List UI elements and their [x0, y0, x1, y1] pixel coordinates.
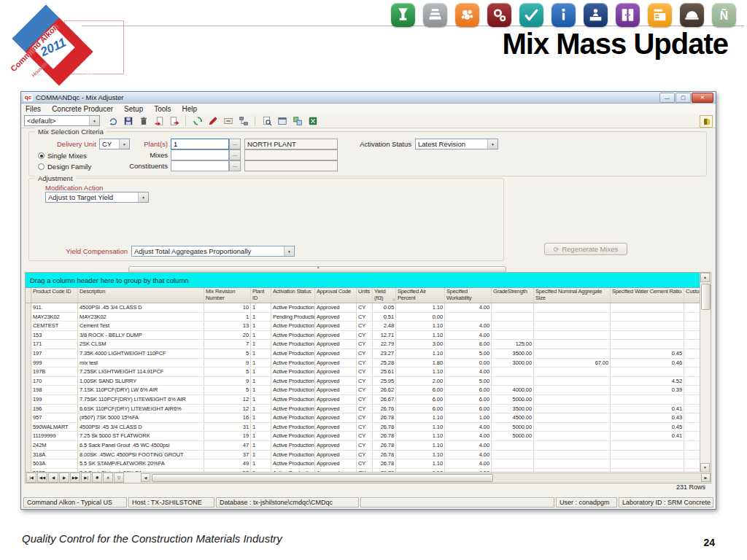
- column-header-specified-water-cement-ratio[interactable]: Specified Water Cement Ratio: [611, 288, 684, 303]
- table-row[interactable]: 318A8.00SK .45WC 4500PSI FOOTING GROUT37…: [26, 451, 700, 460]
- plants-browse-button[interactable]: ...: [229, 139, 241, 149]
- export-icon[interactable]: [167, 114, 181, 128]
- tree-icon[interactable]: [236, 114, 250, 128]
- first-record-button[interactable]: |◀: [26, 472, 36, 483]
- grid-export-icon[interactable]: [290, 114, 304, 128]
- table-row[interactable]: 1977.35K 4000 LIGHTWEIGHT 110PCF51Active…: [26, 349, 700, 359]
- table-row[interactable]: 1701.00SK SAND SLURRY91Active Production…: [26, 377, 700, 386]
- menu-help[interactable]: Help: [182, 105, 198, 113]
- menu-files[interactable]: Files: [26, 105, 41, 113]
- brush-icon[interactable]: [206, 114, 220, 128]
- column-header-gradestrength[interactable]: GradeStrength: [492, 288, 534, 303]
- last-record-button[interactable]: ▶|: [81, 472, 91, 483]
- gears-icon[interactable]: [487, 3, 511, 27]
- undo-icon[interactable]: [106, 114, 120, 128]
- column-header-customer[interactable]: Customer: [684, 288, 700, 303]
- insert-record-button[interactable]: ✱: [92, 472, 102, 483]
- column-header-yield-ft3-[interactable]: Yield (ft3)▵: [373, 288, 396, 303]
- vertical-scrollbar[interactable]: ▲ ▼: [700, 273, 711, 472]
- next-record-button[interactable]: ▶: [59, 472, 69, 483]
- table-row[interactable]: 1533/8 ROCK - BELLY DUMP201Active Produc…: [26, 331, 700, 341]
- column-header-specified-workability[interactable]: Specified Workability: [445, 288, 492, 303]
- table-row[interactable]: 197B7.25SK LIGHTWEIGHT 114.91PCF51Active…: [26, 368, 700, 377]
- design-family-radio[interactable]: Design Family: [38, 163, 91, 171]
- table-row[interactable]: CEMTESTCement Test131Active ProductionAp…: [26, 322, 700, 331]
- table-row[interactable]: 1712SK CLSM71Active ProductionApprovedCY…: [26, 340, 700, 349]
- mixes-input[interactable]: [171, 149, 229, 160]
- table-row[interactable]: 111999997.25 Sk 5000 ST FLATWORK191Activ…: [26, 432, 700, 441]
- column-header-approval-code[interactable]: Approval Code: [315, 288, 357, 303]
- dropdown-arrow-icon[interactable]: [487, 139, 498, 149]
- scroll-right-icon[interactable]: ▶: [701, 473, 711, 482]
- preview-icon[interactable]: [260, 114, 274, 128]
- edit-record-button[interactable]: ∗: [103, 472, 113, 483]
- table-row[interactable]: MAY23K02MAY23K0211Pending ProductionAppr…: [26, 313, 700, 322]
- prior-record-button[interactable]: ◀: [48, 472, 58, 483]
- info-icon[interactable]: [551, 3, 576, 27]
- vertical-scroll-thumb[interactable]: [701, 284, 711, 310]
- profile-combo[interactable]: <default>: [24, 115, 100, 126]
- delete-icon[interactable]: [136, 114, 150, 128]
- table-row[interactable]: 999mix test91Active ProductionApprovedCY…: [26, 359, 700, 368]
- regenerate-mixes-button[interactable]: ⟳ Regenerate Mixes: [544, 243, 627, 255]
- yield-compensation-combo[interactable]: Adjust Total Aggregates Proportionally: [131, 246, 295, 257]
- horizontal-scrollbar[interactable]: ◀ ▶: [141, 473, 711, 482]
- dispatch-icon[interactable]: [584, 3, 608, 27]
- column-header-description[interactable]: Description: [78, 288, 204, 303]
- table-row[interactable]: 1966.6SK 110PCF(DRY) LITEWEIGHT AIR6%121…: [26, 405, 700, 414]
- table-row[interactable]: 503A5.5 SK STAMP/FLATWORK 20%FA491Active…: [26, 459, 700, 469]
- minimize-button[interactable]: —: [659, 93, 675, 103]
- table-row[interactable]: 1987.1SK 110PCF(DRY) LW 6% AIR51Active P…: [26, 386, 700, 395]
- group-by-bar[interactable]: Drag a column header here to group by th…: [26, 273, 700, 288]
- single-mixes-radio[interactable]: Single Mixes: [38, 152, 87, 160]
- save-icon[interactable]: [121, 114, 135, 128]
- import-icon[interactable]: [152, 114, 166, 128]
- layers-icon[interactable]: [423, 3, 447, 27]
- flask-icon[interactable]: [391, 3, 415, 27]
- column-header-activation-status[interactable]: Activation Status: [271, 288, 315, 303]
- menu-concrete-producer[interactable]: Concrete Producer: [52, 105, 113, 113]
- horizontal-scroll-track[interactable]: [150, 473, 701, 483]
- table-row[interactable]: 1997.75SK 110PCF(DRY) LITEWEIGHT 6% AIR1…: [26, 395, 700, 405]
- close-button[interactable]: ✕: [692, 93, 713, 103]
- next-page-button[interactable]: ▶▶: [70, 472, 80, 483]
- excel-icon[interactable]: [306, 114, 320, 128]
- table-row[interactable]: 911.4500PSI .45 3/4 CLASS D101Active Pro…: [26, 303, 700, 313]
- aggregate-icon[interactable]: [455, 3, 479, 27]
- scroll-left-icon[interactable]: ◀: [141, 473, 150, 482]
- dropdown-arrow-icon[interactable]: [138, 192, 148, 202]
- horizontal-scroll-thumb[interactable]: [152, 474, 493, 482]
- prior-page-button[interactable]: ◀◀: [37, 472, 47, 483]
- report-icon[interactable]: [275, 114, 289, 128]
- hardhat-icon[interactable]: [680, 3, 704, 27]
- table-row[interactable]: 957(#507) 7SK 5000 15%FA161Active Produc…: [26, 413, 700, 423]
- constituents-browse-button[interactable]: ...: [229, 160, 241, 171]
- exit-door-button[interactable]: [700, 115, 713, 128]
- table-row[interactable]: 242M6.5 Sack Panel Grout .45 WC 4500psi4…: [26, 441, 700, 451]
- column-header-mix-revision-number[interactable]: Mix Revision Number: [204, 288, 251, 303]
- constituents-input[interactable]: [171, 160, 229, 171]
- maximize-button[interactable]: ▢: [676, 93, 691, 103]
- mixes-browse-button[interactable]: ...: [229, 149, 241, 160]
- filter-button[interactable]: ▽: [114, 472, 124, 483]
- menu-setup[interactable]: Setup: [124, 105, 143, 113]
- dropdown-arrow-icon[interactable]: [284, 246, 294, 256]
- activation-status-combo[interactable]: Latest Revision: [415, 139, 498, 149]
- table-row[interactable]: 590WALMART4500PSI .45 3/4 CLASS D311Acti…: [26, 423, 700, 432]
- enye-icon[interactable]: Ñ: [712, 3, 736, 27]
- window-titlebar[interactable]: qc COMMANDqc - Mix Adjuster — ▢ ✕: [21, 92, 716, 104]
- check-icon[interactable]: [519, 3, 543, 27]
- modification-action-combo[interactable]: Adjust to Target Yield: [45, 192, 149, 203]
- doors-icon[interactable]: [616, 3, 640, 27]
- column-header-specified-air-percent[interactable]: Specified Air Percent: [396, 288, 445, 303]
- menu-tools[interactable]: Tools: [154, 105, 171, 113]
- dropdown-arrow-icon[interactable]: [89, 116, 99, 125]
- column-header-specified-nominal-aggregate-size[interactable]: Specified Nominal Aggregate Size: [534, 288, 611, 303]
- remove-box-icon[interactable]: [221, 114, 235, 128]
- plants-input[interactable]: [171, 139, 229, 149]
- scroll-up-icon[interactable]: ▲: [700, 273, 710, 282]
- column-header-units[interactable]: Units: [357, 288, 373, 303]
- column-header-plant-id[interactable]: Plant ID: [251, 288, 271, 303]
- column-header-product-code-id[interactable]: Product Code ID: [31, 288, 78, 303]
- documents-icon[interactable]: [648, 3, 672, 27]
